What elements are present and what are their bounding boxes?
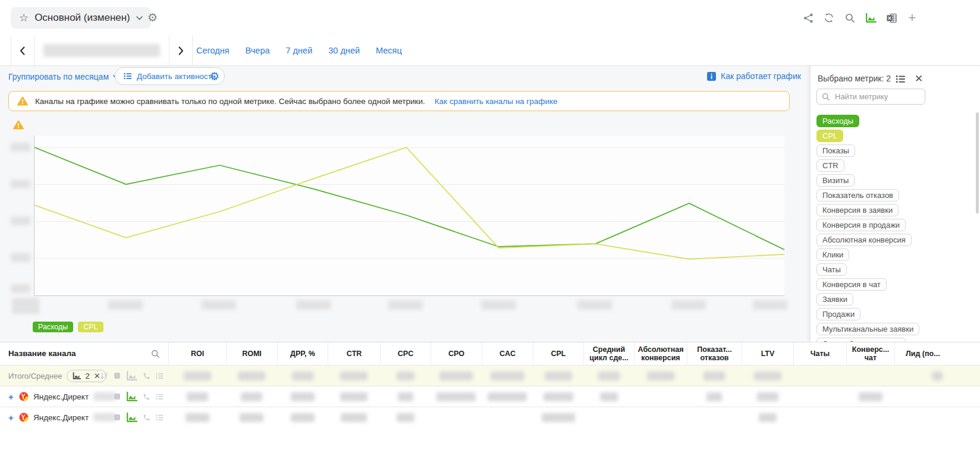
metric-chip[interactable]: CPL bbox=[816, 130, 843, 142]
chart-icon[interactable] bbox=[126, 392, 137, 402]
search-icon[interactable] bbox=[844, 12, 856, 23]
expand-row-button[interactable]: + bbox=[8, 413, 14, 423]
metric-chip[interactable]: Показатель отказов bbox=[816, 189, 899, 202]
date-preset[interactable]: Месяц bbox=[376, 46, 402, 55]
square-icon[interactable] bbox=[114, 414, 121, 421]
column-header-name[interactable]: Название канала bbox=[0, 342, 168, 365]
chart-icon[interactable] bbox=[865, 12, 877, 23]
table-cell bbox=[634, 407, 687, 427]
how-chart-works-link[interactable]: Как работает график bbox=[707, 71, 801, 81]
cell-value-redacted bbox=[647, 372, 674, 380]
channel-name-redacted bbox=[93, 392, 116, 401]
add-activity-button[interactable]: Добавить активность bbox=[115, 67, 225, 85]
report-selector[interactable]: ☆ Основной (изменен) bbox=[11, 7, 151, 29]
metric-chip[interactable]: Конверсия в заявки bbox=[816, 204, 899, 216]
metric-chip[interactable]: Конверсия в продажи bbox=[816, 219, 906, 231]
chart-legend: РасходыCPL bbox=[33, 322, 103, 332]
metric-chip[interactable]: Заявки bbox=[816, 293, 853, 306]
chart-warning-triangle-icon[interactable] bbox=[13, 120, 24, 132]
metric-chip[interactable]: Продажи bbox=[816, 308, 860, 320]
column-header[interactable]: ДРР, % bbox=[277, 342, 328, 365]
phone-icon[interactable] bbox=[143, 372, 150, 380]
legend-chip[interactable]: CPL bbox=[78, 322, 103, 332]
close-icon[interactable]: ✕ bbox=[915, 74, 923, 84]
column-header[interactable]: Лид (по... bbox=[894, 342, 980, 365]
date-preset[interactable]: 7 дней bbox=[286, 46, 313, 55]
table-cell bbox=[687, 366, 742, 386]
date-range-display[interactable] bbox=[34, 36, 169, 65]
date-preset[interactable]: Сегодня bbox=[196, 46, 230, 55]
column-header[interactable]: Чаты bbox=[793, 342, 846, 365]
square-icon[interactable] bbox=[114, 393, 121, 400]
chart-icon[interactable] bbox=[126, 413, 137, 423]
metric-chip[interactable]: Показы bbox=[816, 144, 855, 157]
metric-search-input[interactable] bbox=[834, 92, 913, 102]
column-header[interactable]: Абсолютная конверсия bbox=[634, 342, 687, 365]
cell-value-redacted bbox=[240, 413, 263, 422]
metric-chip[interactable]: Клики bbox=[816, 248, 849, 261]
name-column-label: Название канала bbox=[8, 349, 76, 358]
prev-period-button[interactable] bbox=[11, 36, 34, 65]
column-header[interactable]: CPO bbox=[431, 342, 482, 365]
table-cell bbox=[742, 386, 793, 407]
warning-link[interactable]: Как сравнить каналы на графике bbox=[435, 97, 558, 106]
column-header[interactable]: CAC bbox=[482, 342, 533, 365]
table-cell bbox=[533, 386, 583, 407]
list-icon[interactable] bbox=[156, 414, 164, 421]
line-chart[interactable] bbox=[34, 136, 784, 296]
column-header[interactable]: ROI bbox=[168, 342, 226, 365]
column-header[interactable]: CTR bbox=[328, 342, 380, 365]
list-view-icon[interactable] bbox=[896, 75, 906, 83]
square-icon[interactable] bbox=[114, 372, 121, 379]
report-settings-gear-icon[interactable]: ⚙ bbox=[147, 12, 158, 23]
cell-value-redacted bbox=[544, 392, 573, 401]
expand-row-button[interactable]: + bbox=[8, 392, 14, 402]
metric-chip[interactable]: Мультиканальные заявки bbox=[816, 323, 919, 335]
phone-icon[interactable] bbox=[143, 414, 150, 421]
table-cell bbox=[328, 386, 380, 407]
list-icon[interactable] bbox=[156, 373, 164, 379]
date-preset[interactable]: Вчера bbox=[246, 46, 270, 55]
date-presets: СегодняВчера7 дней30 днейМесяц bbox=[196, 36, 402, 65]
excel-icon[interactable] bbox=[885, 12, 897, 23]
share-icon[interactable] bbox=[802, 12, 814, 23]
metric-chip[interactable]: Визиты bbox=[816, 174, 855, 187]
column-header[interactable]: ROMI bbox=[226, 342, 277, 365]
metric-chip[interactable]: Конверсия в чат bbox=[816, 278, 887, 291]
star-icon[interactable]: ☆ bbox=[19, 12, 29, 23]
table-cell bbox=[894, 386, 980, 407]
next-period-button[interactable] bbox=[169, 36, 192, 65]
list-icon[interactable] bbox=[156, 394, 164, 400]
date-preset[interactable]: 30 дней bbox=[328, 46, 360, 55]
y-axis-label-redacted bbox=[11, 284, 30, 293]
column-header[interactable]: Средний цикл сде... bbox=[583, 342, 634, 365]
scrollbar-thumb[interactable] bbox=[976, 112, 979, 213]
chart-icon[interactable] bbox=[126, 371, 137, 381]
metric-chip[interactable]: Расходы bbox=[816, 115, 859, 127]
phone-icon[interactable] bbox=[143, 393, 150, 401]
table-header-row: Название канала ROIROMIДРР, %CTRCPCCPOCA… bbox=[0, 342, 980, 365]
sort-icon[interactable] bbox=[100, 372, 108, 380]
chart-settings-gear-icon[interactable]: ⚙ bbox=[209, 71, 219, 82]
metric-search-box bbox=[816, 89, 925, 105]
column-header[interactable]: Показат... отказов bbox=[687, 342, 742, 365]
group-by-label: Группировать по месяцам bbox=[8, 72, 109, 81]
column-header[interactable]: Конверс... чат bbox=[846, 342, 894, 365]
legend-chip[interactable]: Расходы bbox=[33, 322, 73, 332]
column-header[interactable]: LTV bbox=[742, 342, 793, 365]
table-cell bbox=[687, 407, 742, 427]
plus-icon[interactable]: + bbox=[906, 12, 918, 23]
summary-label: Итого/Среднее bbox=[8, 372, 62, 380]
column-header[interactable]: CPL bbox=[533, 342, 583, 365]
close-icon[interactable]: ✕ bbox=[94, 372, 100, 380]
metric-chip[interactable]: Абсолютная конверсия bbox=[816, 234, 912, 246]
metric-chip[interactable]: CTR bbox=[816, 159, 844, 172]
yandex-direct-icon bbox=[19, 392, 29, 401]
metric-chip[interactable]: Чаты bbox=[816, 263, 847, 276]
column-header[interactable]: CPC bbox=[380, 342, 431, 365]
channel-name: Яндекс.Директ bbox=[33, 392, 89, 401]
search-icon[interactable] bbox=[151, 350, 160, 358]
refresh-icon[interactable] bbox=[823, 12, 835, 23]
group-by-dropdown[interactable]: Группировать по месяцам bbox=[8, 72, 120, 81]
row-action-icons bbox=[100, 366, 164, 386]
